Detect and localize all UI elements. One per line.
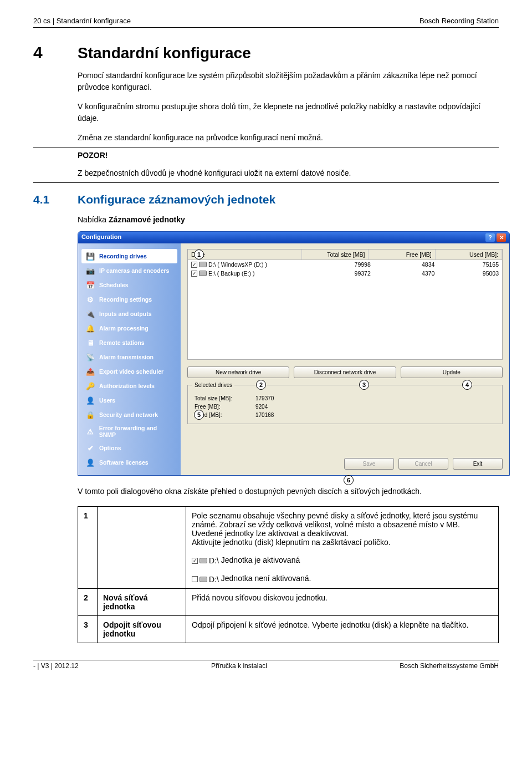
cell-desc: Přidá novou síťovou diskovou jednotku. (186, 588, 499, 615)
sidebar-item-icon: ✔ (85, 444, 96, 452)
cell-label: Odpojit síťovou jednotku (98, 615, 186, 643)
sidebar-item-options[interactable]: ✔Options (81, 441, 177, 455)
sidebar-item-icon: 🔌 (85, 309, 96, 318)
sidebar-item-error-forwarding-and-snmp[interactable]: ⚠Error forwarding and SNMP (81, 422, 177, 441)
sidebar-item-label: Inputs and outputs (99, 310, 152, 317)
sidebar-item-label: Recording settings (99, 296, 152, 303)
para-2: V konfiguračním stromu postupujte shora … (78, 101, 499, 124)
sidebar-item-label: IP cameras and encoders (99, 267, 169, 274)
divider (33, 182, 499, 183)
sidebar-item-inputs-and-outputs[interactable]: 🔌Inputs and outputs (81, 307, 177, 321)
subsection-heading: 4.1 Konfigurace záznamových jednotek (33, 193, 499, 206)
sidebar-item-icon: 📅 (85, 281, 96, 289)
drive-name: E:\ ( Backup (E:) ) (208, 270, 254, 277)
drive-list[interactable]: Drive Total size [MB] Free [MB] Used [MB… (187, 249, 503, 360)
footer-left: - | V3 | 2012.12 (33, 662, 79, 670)
cell-num: 2 (78, 588, 98, 615)
sidebar-item-software-licenses[interactable]: 👤Software licenses (81, 455, 177, 470)
cancel-button[interactable]: Cancel (398, 458, 448, 470)
divider (33, 147, 499, 147)
exit-button[interactable]: Exit (453, 458, 503, 470)
sidebar: 💾Recording drives📷IP cameras and encoder… (78, 243, 181, 475)
col-total: Total size [MB] (302, 250, 369, 259)
cell-num: 3 (78, 615, 98, 643)
page-header: 20 cs | Standardní konfigurace Bosch Rec… (33, 17, 499, 28)
sidebar-item-authorization-levels[interactable]: 🔑Authorization levels (81, 379, 177, 393)
sidebar-item-recording-settings[interactable]: ⚙Recording settings (81, 292, 177, 307)
callout-5: 5 (194, 410, 204, 420)
sidebar-item-label: Remote stations (99, 339, 145, 346)
new-network-drive-button[interactable]: New network drive (187, 366, 289, 378)
col-free: Free [MB] (369, 250, 435, 259)
main-panel: Drive Total size [MB] Free [MB] Used [MB… (181, 243, 509, 475)
stat-total-value: 179370 (255, 395, 274, 401)
cell-desc: Odpojí připojení k síťové jednotce. Vybe… (186, 615, 499, 643)
sidebar-item-label: Software licenses (99, 459, 149, 466)
drive-total: 99372 (306, 270, 371, 277)
titlebar: Configuration ? ✕ (78, 232, 509, 243)
drive-row[interactable]: ✓D:\ ( WindowsXP (D:) )79998483475165 (188, 260, 502, 269)
sidebar-item-export-video-scheduler[interactable]: 📤Export video scheduler (81, 364, 177, 379)
drive-name: D:\ ( WindowsXP (D:) ) (208, 261, 267, 268)
checked-drive-icon: ✓D:\ (192, 556, 219, 565)
stat-free-label: Free [MB]: (195, 404, 255, 410)
window-title: Configuration (81, 233, 121, 242)
description-table: 1 Pole seznamu obsahuje všechny pevné di… (78, 506, 499, 643)
sidebar-item-schedules[interactable]: 📅Schedules (81, 278, 177, 292)
sidebar-item-label: Users (99, 397, 115, 404)
table-row: 1 Pole seznamu obsahuje všechny pevné di… (78, 507, 499, 589)
sidebar-item-alarm-transmission[interactable]: 📡Alarm transmission (81, 350, 177, 364)
section-number: 4 (33, 43, 78, 62)
sidebar-item-remote-stations[interactable]: 🖥Remote stations (81, 335, 177, 350)
sidebar-item-label: Recording drives (99, 253, 147, 259)
drive-free: 4834 (371, 261, 435, 268)
sidebar-item-icon: 📷 (85, 266, 96, 275)
para-3: Změna ze standardní konfigurace na průvo… (78, 132, 499, 144)
sidebar-item-ip-cameras-and-encoders[interactable]: 📷IP cameras and encoders (81, 263, 177, 278)
cell-desc: Pole seznamu obsahuje všechny pevné disk… (186, 507, 499, 589)
update-button[interactable]: Update (401, 366, 503, 378)
screenshot-wrap: 1 2 3 4 5 6 Configuration ? ✕ 💾Recording… (78, 231, 499, 476)
sidebar-item-icon: 📡 (85, 353, 96, 362)
close-button[interactable]: ✕ (497, 233, 506, 242)
para-1: Pomocí standardní konfigurace lze systém… (78, 70, 499, 93)
cell-label: Nová síťová jednotka (98, 588, 186, 615)
help-button[interactable]: ? (485, 233, 495, 242)
cell-num: 1 (78, 507, 98, 589)
drive-row[interactable]: ✓E:\ ( Backup (E:) )99372437095003 (188, 269, 502, 278)
sub-intro: Nabídka Nabídka Záznamové jednotkyZáznam… (78, 214, 499, 226)
col-drive: Drive (188, 250, 302, 259)
sidebar-item-recording-drives[interactable]: 💾Recording drives (81, 249, 177, 263)
callout-2: 2 (256, 380, 266, 390)
drive-icon (199, 262, 207, 267)
header-right: Bosch Recording Station (420, 17, 499, 25)
sidebar-item-label: Alarm processing (99, 325, 149, 332)
sidebar-item-icon: ⚙ (85, 295, 96, 304)
col-used: Used [MB]: (436, 250, 502, 259)
disconnect-drive-button[interactable]: Disconnect network drive (294, 366, 396, 378)
page-footer: - | V3 | 2012.12 Příručka k instalaci Bo… (33, 660, 499, 670)
after-screenshot-text: V tomto poli dialogového okna získáte př… (78, 486, 499, 497)
warning-title: POZOR! (78, 151, 499, 160)
sidebar-item-label: Error forwarding and SNMP (99, 425, 174, 438)
sidebar-item-alarm-processing[interactable]: 🔔Alarm processing (81, 321, 177, 335)
table-row: 3 Odpojit síťovou jednotku Odpojí připoj… (78, 615, 499, 643)
sidebar-item-icon: 👤 (85, 458, 96, 467)
sidebar-item-icon: 🔒 (85, 410, 96, 419)
sidebar-item-icon: 🔔 (85, 324, 96, 333)
sidebar-item-icon: 📤 (85, 367, 96, 376)
footer-right: Bosch Sicherheitssysteme GmbH (400, 662, 499, 670)
drive-checkbox[interactable]: ✓ (191, 271, 197, 277)
drive-used: 95003 (434, 270, 499, 277)
drive-checkbox[interactable]: ✓ (191, 262, 197, 268)
sidebar-item-label: Options (99, 445, 121, 451)
stat-total-label: Total size [MB]: (195, 395, 255, 401)
sidebar-item-users[interactable]: 👤Users (81, 393, 177, 408)
sidebar-item-security-and-network[interactable]: 🔒Security and network (81, 408, 177, 422)
footer-mid: Příručka k instalaci (211, 662, 267, 670)
unchecked-drive-icon: D:\ (192, 575, 219, 584)
save-button[interactable]: Save (344, 458, 394, 470)
callout-1: 1 (194, 250, 204, 259)
sidebar-item-label: Export video scheduler (99, 368, 163, 375)
sidebar-item-label: Authorization levels (99, 383, 155, 389)
